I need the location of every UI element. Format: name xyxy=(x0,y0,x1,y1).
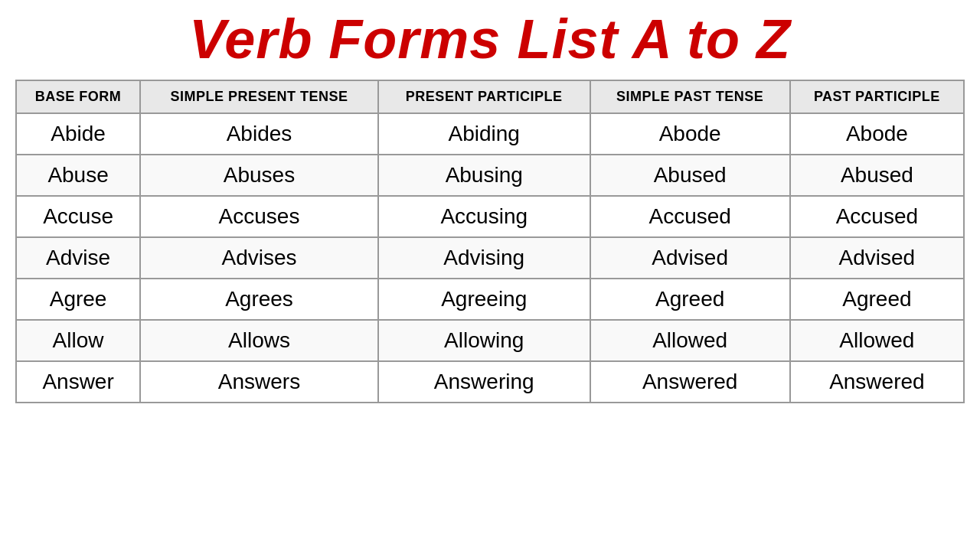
table-cell-0-3: Abode xyxy=(590,113,790,155)
column-header-1: SIMPLE PRESENT TENSE xyxy=(140,80,378,113)
table-cell-6-3: Answered xyxy=(590,361,790,403)
table-cell-4-2: Agreeing xyxy=(378,279,590,320)
table-cell-5-1: Allows xyxy=(140,320,378,361)
table-row: AdviseAdvisesAdvisingAdvisedAdvised xyxy=(16,237,964,279)
table-row: AgreeAgreesAgreeingAgreedAgreed xyxy=(16,279,964,320)
table-cell-1-1: Abuses xyxy=(140,155,378,196)
column-header-3: SIMPLE PAST TENSE xyxy=(590,80,790,113)
table-row: AllowAllowsAllowingAllowedAllowed xyxy=(16,320,964,361)
table-cell-1-0: Abuse xyxy=(16,155,140,196)
table-row: AbideAbidesAbidingAbodeAbode xyxy=(16,113,964,155)
table-cell-5-4: Allowed xyxy=(790,320,964,361)
column-header-0: BASE FORM xyxy=(16,80,140,113)
table-cell-0-2: Abiding xyxy=(378,113,590,155)
table-cell-0-0: Abide xyxy=(16,113,140,155)
table-cell-3-3: Advised xyxy=(590,237,790,279)
table-cell-3-0: Advise xyxy=(16,237,140,279)
column-header-2: PRESENT PARTICIPLE xyxy=(378,80,590,113)
page-title: Verb Forms List A to Z xyxy=(189,8,791,70)
table-cell-6-1: Answers xyxy=(140,361,378,403)
table-cell-1-4: Abused xyxy=(790,155,964,196)
table-cell-3-2: Advising xyxy=(378,237,590,279)
table-cell-2-3: Accused xyxy=(590,196,790,237)
table-cell-0-4: Abode xyxy=(790,113,964,155)
table-cell-4-1: Agrees xyxy=(140,279,378,320)
table-cell-5-2: Allowing xyxy=(378,320,590,361)
table-cell-6-2: Answering xyxy=(378,361,590,403)
table-cell-4-4: Agreed xyxy=(790,279,964,320)
table-cell-5-3: Allowed xyxy=(590,320,790,361)
table-row: AccuseAccusesAccusingAccusedAccused xyxy=(16,196,964,237)
table-cell-2-4: Accused xyxy=(790,196,964,237)
table-cell-5-0: Allow xyxy=(16,320,140,361)
table-cell-2-2: Accusing xyxy=(378,196,590,237)
table-cell-1-2: Abusing xyxy=(378,155,590,196)
table-row: AbuseAbusesAbusingAbusedAbused xyxy=(16,155,964,196)
table-row: AnswerAnswersAnsweringAnsweredAnswered xyxy=(16,361,964,403)
table-cell-1-3: Abused xyxy=(590,155,790,196)
table-cell-3-4: Advised xyxy=(790,237,964,279)
table-cell-6-0: Answer xyxy=(16,361,140,403)
table-cell-4-0: Agree xyxy=(16,279,140,320)
table-cell-2-0: Accuse xyxy=(16,196,140,237)
table-cell-2-1: Accuses xyxy=(140,196,378,237)
verb-table: BASE FORMSIMPLE PRESENT TENSEPRESENT PAR… xyxy=(15,80,965,403)
table-cell-6-4: Answered xyxy=(790,361,964,403)
table-cell-0-1: Abides xyxy=(140,113,378,155)
table-cell-3-1: Advises xyxy=(140,237,378,279)
column-header-4: PAST PARTICIPLE xyxy=(790,80,964,113)
table-cell-4-3: Agreed xyxy=(590,279,790,320)
